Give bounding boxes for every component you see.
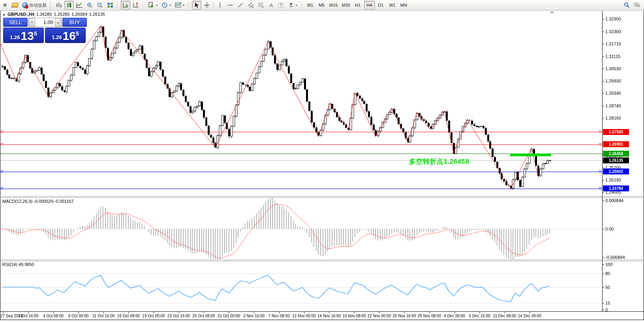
line-chart-icon [76,2,83,8]
arrows-icon [288,2,294,8]
chart-title: ▲ GBPUSD-,H4 1.26285 1.26285 1.26084 1.2… [2,12,105,17]
buy-price-sup: 5 [76,30,79,37]
buy-button[interactable]: BUY [62,18,87,27]
order-ticket-button[interactable] [10,1,20,9]
chart-canvas[interactable] [0,0,644,322]
horizontal-line-tool-button[interactable] [225,1,235,9]
sell-button[interactable]: SELL [3,18,28,27]
ohlc-low: 1.26084 [71,12,87,17]
equidistant-channel-icon: E [248,2,254,8]
price-tag-pivot[interactable]: 1.26458 [603,151,629,157]
sell-price-small: 1.26 [10,34,20,40]
toolbar: 单 自动交易 [0,0,644,11]
indicators-icon [148,2,154,8]
volume-stepper: ▼ 1.00 ▲ [28,18,62,27]
clock-icon [161,2,168,8]
periods-button[interactable]: ▾ [160,1,173,9]
toolbar-grip [50,2,52,9]
chart-shift-button[interactable] [131,1,141,9]
autotrade-label: 自动交易 [29,2,47,8]
new-order-button[interactable]: 单 [0,1,9,9]
vertical-line-icon [217,2,223,8]
sell-price-big: 13 [21,30,34,41]
vertical-line-tool-button[interactable] [215,1,225,9]
cursor-button[interactable] [192,1,201,9]
search-button[interactable] [622,1,631,9]
candlestick-chart-button[interactable] [64,1,74,9]
bar-chart-icon [56,2,62,8]
buy-price-small: 1.26 [52,34,62,40]
chart-icon: ▲ [2,13,6,16]
sell-price-sup: 5 [34,30,37,37]
volume-decrease-button[interactable]: ▼ [29,18,35,26]
timeframe-h1-button[interactable]: H1 [353,1,363,9]
zoom-in-icon [86,2,93,8]
pivot-annotation: 多空转折点1.26458 [409,157,469,166]
price-tag-current: 1.26135 [603,157,629,163]
timeframe-m30-button[interactable]: M30 [340,1,351,9]
autotrade-button[interactable]: 自动交易 [21,1,48,9]
template-icon [175,2,181,8]
text-tool-icon: A [269,2,273,8]
tile-windows-button[interactable] [105,1,115,9]
chevron-down-icon: ▾ [296,4,297,7]
toolbar-grip [301,2,303,9]
line-chart-button[interactable] [75,1,84,9]
chevron-down-icon: ▾ [169,4,171,7]
ohlc-open: 1.26285 [36,12,52,17]
fibonacci-tool-button[interactable]: F [256,1,266,9]
indicators-button[interactable]: ▾ [146,1,159,9]
candlestick-chart-icon [66,2,72,8]
volume-value[interactable]: 1.00 [35,18,55,26]
timeframe-m1-button[interactable]: M1 [305,1,315,9]
text-label-tool-button[interactable]: T [276,1,285,9]
new-order-label: 单 [3,2,7,8]
timeframe-w1-button[interactable]: W1 [387,1,398,9]
price-tag-resistance-1[interactable]: 1.27503 [603,129,629,135]
sell-price-tile[interactable]: 1.26 13 5 [3,28,44,43]
ohlc-high: 1.26285 [54,12,70,17]
chevron-down-icon: ▾ [156,4,158,7]
templates-button[interactable]: ▾ [173,1,186,9]
toolbar-grip [143,2,145,9]
arrows-tool-button[interactable]: ▾ [286,1,299,9]
timeframe-d1-button[interactable]: D1 [376,1,386,9]
timeframe-m15-button[interactable]: M15 [328,1,339,9]
tile-windows-icon [107,2,113,8]
fibo-letter: F [262,6,264,9]
buy-price-big: 16 [63,30,76,41]
bar-chart-button[interactable] [54,1,64,9]
trendline-tool-button[interactable] [236,1,245,9]
cursor-icon [193,2,200,8]
autotrade-icon [22,2,28,8]
horizontal-line-icon [227,2,233,8]
auto-scroll-button[interactable] [121,1,130,9]
rsi-label: RSI(14) 49.9850 [2,262,34,267]
chat-bubbles-icon [634,2,640,8]
crosshair-button[interactable] [202,1,212,9]
fibonacci-icon: F [258,2,264,8]
timeframe-h4-button[interactable]: H4 [364,1,375,9]
channel-letter: E [252,6,253,8]
toolbar-grip [117,2,119,9]
timeframe-m5-button[interactable]: M5 [316,1,327,9]
price-tag-support-2[interactable]: 1.24784 [603,185,629,191]
chevron-down-icon: ▾ [183,4,184,7]
price-tag-support-1[interactable]: 1.25602 [603,168,629,174]
crosshair-icon [204,2,210,8]
buy-price-tile[interactable]: 1.26 16 5 [45,28,86,43]
zoom-in-button[interactable] [85,1,94,9]
timeframe-mn-button[interactable]: MN [398,1,409,9]
auto-scroll-icon [122,2,129,8]
price-tag-resistance-2[interactable]: 1.26901 [603,141,629,147]
chart-shift-icon [133,2,139,8]
zoom-out-button[interactable] [95,1,105,9]
chat-button[interactable] [632,1,642,9]
toolbar-grip [188,2,190,9]
text-tool-button[interactable]: A [267,1,276,9]
volume-increase-button[interactable]: ▲ [55,18,61,26]
one-click-trading-panel: SELL ▼ 1.00 ▲ BUY 1.26 13 5 1.26 16 5 [3,18,87,43]
channel-tool-button[interactable]: E [246,1,255,9]
macd-label: MACD(12,26,9) -0.000529 -0.001167 [2,199,74,204]
toolbar-separator [213,2,214,9]
